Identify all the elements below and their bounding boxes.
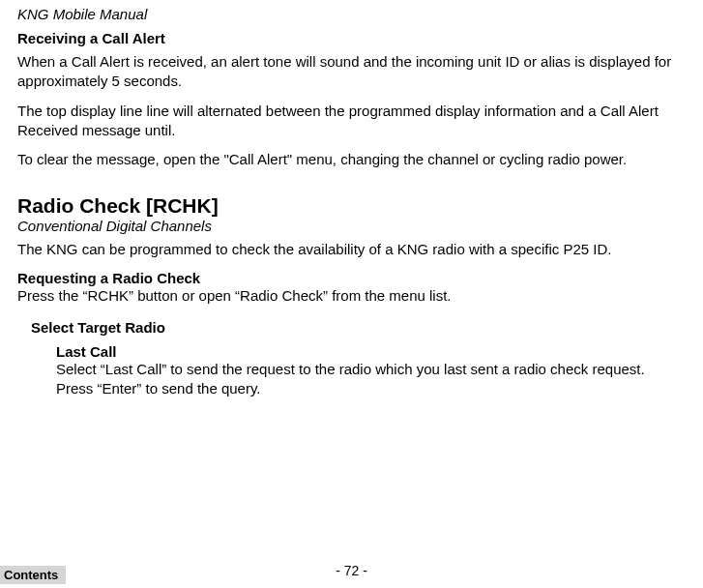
section1-p2: The top display line line will alternate… — [17, 102, 686, 141]
select-target-heading: Select Target Radio — [31, 319, 686, 336]
page-number: - 72 - — [0, 563, 703, 578]
section2-p1: The KNG can be programmed to check the a… — [17, 240, 686, 259]
section2-subtitle: Conventional Digital Channels — [17, 218, 686, 234]
last-call-p1: Select “Last Call” to send the request t… — [56, 360, 686, 399]
section1-p1: When a Call Alert is received, an alert … — [17, 52, 686, 92]
contents-button[interactable]: Contents — [0, 566, 66, 584]
section2-heading: Radio Check [RCHK] — [17, 194, 686, 218]
footer: - 72 - Contents — [0, 563, 703, 584]
last-call-heading: Last Call — [56, 343, 686, 360]
doc-title: KNG Mobile Manual — [17, 6, 686, 22]
requesting-p1: Press the “RCHK” button or open “Radio C… — [17, 286, 686, 306]
section1-heading: Receiving a Call Alert — [17, 30, 686, 46]
page-content: KNG Mobile Manual Receiving a Call Alert… — [0, 0, 703, 398]
requesting-heading: Requesting a Radio Check — [17, 270, 686, 286]
last-call-block: Last Call Select “Last Call” to send the… — [56, 343, 686, 399]
section1-p3: To clear the message, open the "Call Ale… — [17, 150, 686, 169]
